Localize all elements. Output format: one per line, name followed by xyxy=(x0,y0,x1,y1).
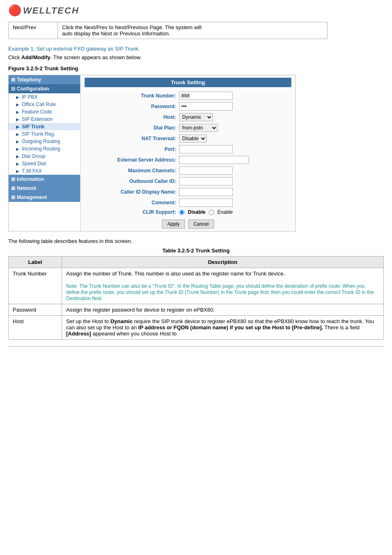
clir-value: Disable Enable xyxy=(178,208,291,216)
nextprev-description: Click the Next/Prev to Next/Previous Pag… xyxy=(58,22,327,39)
clir-enable-radio[interactable] xyxy=(209,210,214,215)
sidebar-item-siptrunk[interactable]: ▶ SIP Trunk xyxy=(9,123,80,130)
sidebar-sipextension-label: SIP Extension xyxy=(22,116,53,122)
plus-icon: ⊞ xyxy=(11,77,15,83)
row-desc-host: Set up the Host to Dynamic require the S… xyxy=(62,316,384,340)
arrow-icon: ▶ xyxy=(16,110,19,114)
sidebar-item-t38fax[interactable]: ▶ T.38 FAX xyxy=(9,167,80,175)
clir-disable-label: Disable xyxy=(188,209,205,215)
intro-bold: Add/Modify xyxy=(21,54,51,60)
form-table: Trunk Number: Password: Host: Dynamic Pr… xyxy=(85,90,291,216)
port-value xyxy=(178,144,291,155)
outbound-callerid-value xyxy=(178,176,291,187)
sidebar-item-speeddial[interactable]: ▶ Speed Dial xyxy=(9,160,80,167)
arrow-icon: ▶ xyxy=(16,102,19,107)
dialplan-value: from-pstn from-internal xyxy=(178,123,291,133)
plus-icon-network: ⊞ xyxy=(11,185,15,191)
external-server-input[interactable] xyxy=(179,156,249,164)
dialplan-select[interactable]: from-pstn from-internal xyxy=(179,124,218,132)
description-text: The following table describes features i… xyxy=(8,238,384,244)
sidebar-management-label: Management xyxy=(17,194,47,200)
port-input[interactable] xyxy=(179,145,233,153)
nattraversal-label: NAT Traversal: xyxy=(85,133,178,144)
bottom-divider xyxy=(8,346,384,347)
arrow-icon: ▶ xyxy=(16,132,19,136)
nattraversal-select[interactable]: Disable Enable xyxy=(179,134,207,143)
table-row: Comment: xyxy=(85,197,291,208)
trunk-number-value xyxy=(178,90,291,101)
table-row: External Server Address: xyxy=(85,155,291,165)
table-row: NAT Traversal: Disable Enable xyxy=(85,133,291,144)
sidebar-item-dialgroup[interactable]: ▶ Dial Group xyxy=(9,153,80,160)
figure-container: ⊞ Telephony ⊟ Configuration ▶ IP PBX ▶ O… xyxy=(8,75,296,231)
nextprev-table: Next/Prev Click the Next/Prev to Next/Pr… xyxy=(8,22,327,39)
cancel-button[interactable]: Cancel xyxy=(188,220,214,229)
arrow-icon: ▶ xyxy=(16,139,19,144)
max-channels-input[interactable] xyxy=(179,166,233,175)
outbound-callerid-input[interactable] xyxy=(179,177,233,185)
nextprev-line2: auto display the Next or Previous Inform… xyxy=(62,30,170,37)
sidebar-information-label: Information xyxy=(17,176,44,182)
desc-text: Set up the Host to Dynamic require the S… xyxy=(66,318,374,337)
arrow-icon: ▶ xyxy=(16,162,19,166)
callerid-display-input[interactable] xyxy=(179,188,233,196)
trunk-number-input[interactable] xyxy=(179,92,233,100)
nextprev-line1: Click the Next/Prev to Next/Previous Pag… xyxy=(62,24,201,30)
col-description-header: Description xyxy=(62,257,384,268)
sidebar-item-siptrunkreg[interactable]: ▶ SIP Trunk Reg. xyxy=(9,130,80,138)
callerid-display-value xyxy=(178,187,291,197)
apply-button[interactable]: Apply xyxy=(162,220,185,229)
table-row: CLIR Support: Disable Enable xyxy=(85,208,291,216)
sidebar-management[interactable]: ⊞ Management xyxy=(9,193,80,202)
sidebar-item-incomingrouting[interactable]: ▶ Incoming Routing xyxy=(9,145,80,153)
host-select[interactable]: Dynamic Pre-define xyxy=(179,113,213,121)
sidebar-telephony-label: Telephony xyxy=(17,77,41,83)
sidebar: ⊞ Telephony ⊟ Configuration ▶ IP PBX ▶ O… xyxy=(9,75,81,231)
row-desc-trunknumber: Assign the number of Trunk. This number … xyxy=(62,268,384,304)
table-row: Host Set up the Host to Dynamic require … xyxy=(9,316,384,340)
sidebar-t38fax-label: T.38 FAX xyxy=(22,168,42,174)
table-row: Password Assign the register password fo… xyxy=(9,304,384,316)
sidebar-network[interactable]: ⊞ Network xyxy=(9,184,80,193)
intro-after: . The screen appears as shown below. xyxy=(51,54,142,60)
sidebar-item-outgoingrouting[interactable]: ▶ Outgoing Routing xyxy=(9,138,80,145)
table-row: Maximum Channels: xyxy=(85,165,291,176)
plus-icon-management: ⊞ xyxy=(11,194,15,200)
sidebar-siptrunk-label: SIP Trunk xyxy=(22,124,44,130)
sidebar-configuration[interactable]: ⊟ Configuration xyxy=(9,84,80,93)
nextprev-label: Next/Prev xyxy=(9,22,58,39)
intro-text: Click Add/Modify. The screen appears as … xyxy=(8,54,384,60)
table-row: Trunk Number: xyxy=(85,90,291,101)
arrow-icon: ▶ xyxy=(16,125,19,129)
comment-value xyxy=(178,197,291,208)
sidebar-item-sipextension[interactable]: ▶ SIP Extension xyxy=(9,116,80,123)
host-value: Dynamic Pre-define xyxy=(178,112,291,123)
port-label: Port: xyxy=(85,144,178,155)
sidebar-featurecode-label: Feature Code xyxy=(22,109,52,115)
sidebar-item-ippbx[interactable]: ▶ IP PBX xyxy=(9,93,80,101)
table-row: Password: xyxy=(85,101,291,112)
sidebar-telephony[interactable]: ⊞ Telephony xyxy=(9,75,80,84)
external-server-value xyxy=(178,155,291,165)
sidebar-item-featurecode[interactable]: ▶ Feature Code xyxy=(9,108,80,116)
clir-disable-radio[interactable] xyxy=(179,210,184,215)
arrow-icon: ▶ xyxy=(16,117,19,122)
arrow-icon: ▶ xyxy=(16,154,19,159)
sidebar-configuration-label: Configuration xyxy=(17,86,49,92)
arrow-icon: ▶ xyxy=(16,95,19,99)
sidebar-information[interactable]: ⊞ Information xyxy=(9,175,80,184)
table-row: Port: xyxy=(85,144,291,155)
table-row: Host: Dynamic Pre-define xyxy=(85,112,291,123)
sidebar-officecallrule-label: Office Call Rule xyxy=(22,102,56,107)
password-input[interactable] xyxy=(179,102,233,111)
table-title: Table 3.2.5-2 Trunk Setting xyxy=(8,247,384,254)
sidebar-item-officecallrule[interactable]: ▶ Office Call Rule xyxy=(9,101,80,108)
host-label: Host: xyxy=(85,112,178,123)
comment-input[interactable] xyxy=(179,199,233,207)
trunk-number-label: Trunk Number: xyxy=(85,90,178,101)
table-row: Outbound Caller ID: xyxy=(85,176,291,187)
sidebar-speeddial-label: Speed Dial xyxy=(22,161,46,166)
plus-icon-info: ⊞ xyxy=(11,176,15,182)
example-heading: Example 1: Set up external FXO gateway a… xyxy=(8,46,384,52)
note-text: Note: The Trunk Number can also be a "Tr… xyxy=(66,283,374,301)
